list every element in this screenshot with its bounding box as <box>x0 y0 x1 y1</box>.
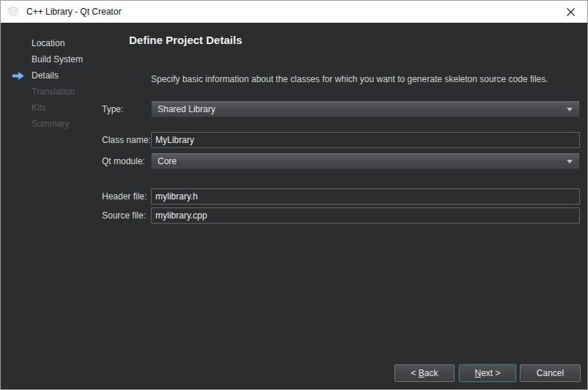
qt-module-combobox[interactable]: Core <box>151 153 580 169</box>
step-label: Kits <box>32 103 46 113</box>
type-combobox[interactable]: Shared Library <box>151 101 580 117</box>
source-file-input[interactable] <box>151 207 580 224</box>
wizard-window: C++ Library - Qt Creator Location Build … <box>0 0 588 390</box>
step-label: Translation <box>32 87 75 97</box>
header-file-label: Header file: <box>102 188 147 205</box>
page-description: Specify basic information about the clas… <box>151 74 548 84</box>
back-button[interactable]: < Back <box>394 364 455 382</box>
type-selected-value: Shared Library <box>158 104 216 114</box>
type-label: Type: <box>102 101 123 117</box>
page-title: Define Project Details <box>129 34 242 46</box>
cpp-library-icon <box>7 6 19 18</box>
header-file-input[interactable] <box>151 188 580 205</box>
step-label: Location <box>32 38 65 48</box>
cancel-button[interactable]: Cancel <box>520 364 581 382</box>
titlebar: C++ Library - Qt Creator <box>1 1 587 23</box>
qt-module-selected-value: Core <box>158 156 177 166</box>
chevron-down-icon <box>567 160 573 163</box>
class-name-input[interactable] <box>151 132 580 148</box>
source-file-label: Source file: <box>102 207 146 224</box>
qt-module-label: Qt module: <box>102 153 145 169</box>
step-label: Summary <box>32 119 69 129</box>
wizard-steps: Location Build System Details Translatio… <box>32 35 83 132</box>
chevron-down-icon <box>567 108 573 111</box>
step-details: Details <box>32 67 83 84</box>
step-translation: Translation <box>32 84 83 100</box>
step-build-system: Build System <box>32 51 83 67</box>
next-button[interactable]: Next > <box>459 364 516 382</box>
window-title: C++ Library - Qt Creator <box>26 7 121 17</box>
step-kits: Kits <box>32 100 83 116</box>
close-button[interactable] <box>554 1 587 23</box>
step-label: Details <box>32 70 59 81</box>
close-icon <box>566 7 576 17</box>
step-summary: Summary <box>32 116 83 132</box>
class-name-label: Class name: <box>102 132 151 148</box>
wizard-body: Location Build System Details Translatio… <box>1 23 587 389</box>
current-step-arrow-icon <box>12 71 25 81</box>
step-location: Location <box>32 35 83 51</box>
step-label: Build System <box>32 54 83 65</box>
